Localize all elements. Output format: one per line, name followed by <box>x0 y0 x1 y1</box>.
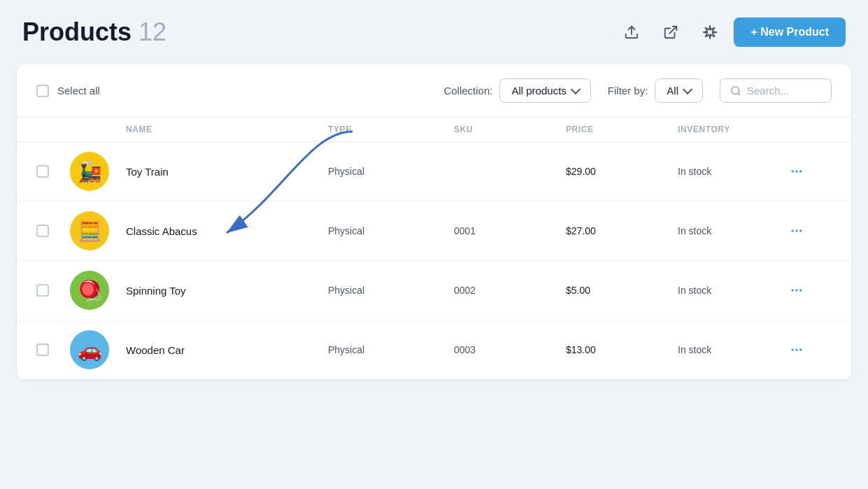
collection-value: All products <box>511 85 566 97</box>
row-2-image: 🧮 <box>70 211 126 250</box>
row-1-name: Toy Train <box>126 166 328 178</box>
page-title: Products <box>22 17 131 47</box>
header-left: Products 12 <box>22 17 166 47</box>
svg-point-12 <box>795 289 797 291</box>
filter-value: All <box>667 85 678 97</box>
export-icon <box>624 24 639 40</box>
row-4-image: 🚗 <box>70 330 126 369</box>
row-1-checkbox[interactable] <box>36 165 49 178</box>
row-3-sku: 0002 <box>454 285 566 296</box>
filter-chevron-icon <box>683 84 692 94</box>
select-all-checkbox[interactable] <box>36 85 49 97</box>
new-product-button[interactable]: + New Product <box>734 17 846 47</box>
more-icon <box>790 164 804 178</box>
more-icon <box>790 343 804 357</box>
row-2-actions <box>790 224 832 238</box>
row-2-inventory: In stock <box>678 225 790 236</box>
row-3-name: Spinning Toy <box>126 285 328 297</box>
row-4-actions <box>790 343 832 357</box>
col-inventory-header: INVENTORY <box>678 125 790 134</box>
table-row: 🪀 Spinning Toy Physical 0002 $5.00 In st… <box>17 261 851 320</box>
row-3-checkbox[interactable] <box>36 284 49 297</box>
svg-point-14 <box>792 348 794 350</box>
row-checkbox <box>36 284 70 297</box>
row-4-name: Wooden Car <box>126 344 328 356</box>
row-4-price: $13.00 <box>566 344 678 355</box>
filter-dropdown[interactable]: All <box>655 78 703 103</box>
svg-point-10 <box>799 229 802 232</box>
external-link-icon <box>663 24 678 40</box>
col-type-header: TYPE <box>328 125 454 134</box>
search-box <box>720 78 832 103</box>
filter-label: Filter by: <box>608 85 648 97</box>
svg-point-8 <box>792 229 794 232</box>
row-4-inventory: In stock <box>678 344 790 355</box>
search-icon <box>730 85 741 97</box>
filter-area: Filter by: All <box>608 78 703 103</box>
row-4-sku: 0003 <box>454 344 566 355</box>
svg-point-7 <box>799 170 802 172</box>
col-name-header: NAME <box>126 125 328 134</box>
table-row: 🚗 Wooden Car Physical 0003 $13.00 In sto… <box>17 320 851 380</box>
row-1-inventory: In stock <box>678 166 790 177</box>
svg-point-15 <box>795 348 797 350</box>
more-icon <box>790 224 804 238</box>
select-all-area: Select all <box>36 85 427 97</box>
row-4-more-button[interactable] <box>790 343 804 357</box>
product-count: 12 <box>138 17 166 47</box>
row-3-image: 🪀 <box>70 271 126 310</box>
page-header: Products 12 + New Product <box>0 0 868 64</box>
row-checkbox <box>36 225 70 237</box>
svg-point-9 <box>795 229 797 232</box>
collection-area: Collection: All products <box>443 78 590 103</box>
settings-icon <box>702 24 718 40</box>
row-1-image: 🚂 <box>70 152 126 191</box>
svg-point-16 <box>799 348 802 350</box>
more-icon <box>790 283 804 297</box>
svg-point-6 <box>795 170 797 172</box>
main-content: Select all Collection: All products Filt… <box>17 64 851 380</box>
svg-line-3 <box>738 93 740 95</box>
svg-point-5 <box>792 170 794 172</box>
svg-point-11 <box>792 289 794 291</box>
col-checkbox-header <box>36 125 70 134</box>
row-3-more-button[interactable] <box>790 283 804 297</box>
external-link-button[interactable] <box>655 17 686 48</box>
row-3-type: Physical <box>328 285 454 296</box>
row-2-sku: 0001 <box>454 225 566 236</box>
row-4-checkbox[interactable] <box>36 343 49 356</box>
select-all-label: Select all <box>57 85 100 97</box>
chevron-down-icon <box>571 84 581 94</box>
row-3-inventory: In stock <box>678 285 790 296</box>
search-input[interactable] <box>747 85 821 97</box>
settings-button[interactable] <box>695 17 725 48</box>
row-1-more-button[interactable] <box>790 164 804 178</box>
col-price-header: PRICE <box>566 125 678 134</box>
header-actions: + New Product <box>616 17 846 48</box>
table-row: 🧮 Classic Abacus Physical 0001 $27.00 In… <box>17 201 851 261</box>
table-header: NAME TYPE SKU PRICE INVENTORY <box>17 118 851 142</box>
product-thumbnail: 🪀 <box>70 271 109 310</box>
product-thumbnail: 🚂 <box>70 152 109 191</box>
toolbar: Select all Collection: All products Filt… <box>17 64 851 118</box>
row-1-actions <box>790 164 832 178</box>
product-thumbnail: 🚗 <box>70 330 109 369</box>
row-3-price: $5.00 <box>566 285 678 296</box>
row-2-checkbox[interactable] <box>36 225 49 237</box>
col-actions-header <box>790 125 832 134</box>
row-2-name: Classic Abacus <box>126 225 328 237</box>
collection-label: Collection: <box>443 85 492 97</box>
row-checkbox <box>36 165 70 178</box>
row-1-type: Physical <box>328 166 454 177</box>
svg-line-1 <box>670 27 677 34</box>
export-button[interactable] <box>616 17 647 48</box>
row-1-price: $29.00 <box>566 166 678 177</box>
svg-point-13 <box>799 289 802 291</box>
row-2-more-button[interactable] <box>790 224 804 238</box>
row-checkbox <box>36 343 70 356</box>
row-3-actions <box>790 283 832 297</box>
col-image-header <box>70 125 126 134</box>
col-sku-header: SKU <box>454 125 566 134</box>
table-row: 🚂 Toy Train Physical $29.00 In stock <box>17 142 851 201</box>
collection-dropdown[interactable]: All products <box>499 78 590 103</box>
